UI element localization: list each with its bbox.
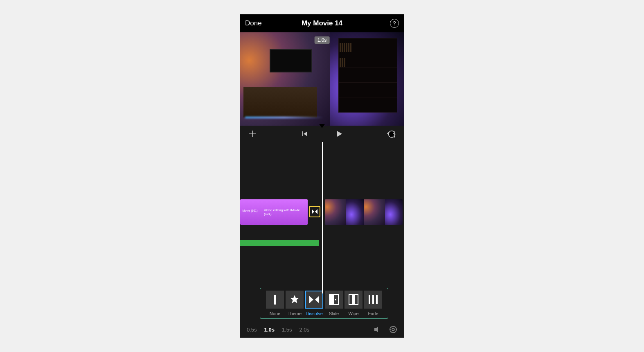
skip-back-button[interactable] <box>300 129 310 139</box>
title-clip[interactable]: iMovie (101) Video editing with iMovie (… <box>240 199 308 225</box>
transition-options: None Theme Dissolve Slide Wipe Fade <box>260 288 388 319</box>
play-button[interactable] <box>334 129 344 139</box>
video-preview[interactable]: 1.0s <box>240 32 404 126</box>
imovie-editor: Done My Movie 14 ? 1.0s <box>240 14 404 338</box>
svg-rect-2 <box>329 295 334 305</box>
none-icon <box>271 294 279 305</box>
preview-frame <box>240 32 404 126</box>
undo-button[interactable] <box>387 129 396 139</box>
title-clip-text-b: Video editing with iMovie (101) <box>264 208 308 216</box>
transition-duration-badge: 1.0s <box>315 36 330 44</box>
playback-controls <box>240 126 404 142</box>
settings-icon[interactable] <box>389 325 397 334</box>
slide-icon <box>329 294 339 305</box>
fade-icon <box>368 294 378 305</box>
transition-wipe[interactable]: Wipe <box>345 291 363 316</box>
svg-rect-7 <box>376 295 378 304</box>
duration-2-0s[interactable]: 2.0s <box>299 327 309 333</box>
audio-track[interactable] <box>240 240 319 246</box>
transition-label: Wipe <box>348 311 358 316</box>
transition-fade[interactable]: Fade <box>364 291 382 316</box>
transition-label: None <box>270 311 280 316</box>
timeline[interactable]: iMovie (101) Video editing with iMovie (… <box>240 142 404 293</box>
dissolve-icon <box>311 208 318 215</box>
transition-theme[interactable]: Theme <box>286 291 304 316</box>
title-clip-text-a: iMovie (101) <box>242 209 258 212</box>
duration-1-5s[interactable]: 1.5s <box>282 327 292 333</box>
svg-rect-5 <box>369 295 370 304</box>
playhead-line[interactable] <box>322 142 323 293</box>
transition-dissolve[interactable]: Dissolve <box>305 291 323 316</box>
done-button[interactable]: Done <box>245 19 262 27</box>
add-media-button[interactable] <box>248 129 257 139</box>
transition-label: Slide <box>329 311 339 316</box>
star-icon <box>289 294 300 305</box>
header-bar: Done My Movie 14 ? <box>240 14 404 32</box>
transition-none[interactable]: None <box>266 291 284 316</box>
dissolve-icon <box>309 295 320 304</box>
transition-label: Theme <box>288 311 302 316</box>
video-clip[interactable] <box>325 199 403 225</box>
transition-marker[interactable] <box>309 206 320 217</box>
duration-0-5s[interactable]: 0.5s <box>247 327 257 333</box>
transition-inspector: None Theme Dissolve Slide Wipe Fade <box>240 288 404 338</box>
playhead-marker-icon <box>319 124 325 128</box>
svg-rect-0 <box>274 295 276 305</box>
transition-label: Dissolve <box>306 311 323 316</box>
help-button[interactable]: ? <box>390 19 399 28</box>
duration-options: 0.5s 1.0s 1.5s 2.0s <box>240 322 404 338</box>
transition-slide[interactable]: Slide <box>325 291 343 316</box>
wipe-icon <box>349 294 358 305</box>
svg-rect-4 <box>352 295 355 305</box>
project-title: My Movie 14 <box>240 19 404 27</box>
duration-1-0s[interactable]: 1.0s <box>264 327 275 333</box>
volume-icon[interactable] <box>374 326 382 333</box>
svg-point-9 <box>392 328 394 331</box>
svg-rect-6 <box>372 295 374 304</box>
transition-label: Fade <box>368 311 378 316</box>
